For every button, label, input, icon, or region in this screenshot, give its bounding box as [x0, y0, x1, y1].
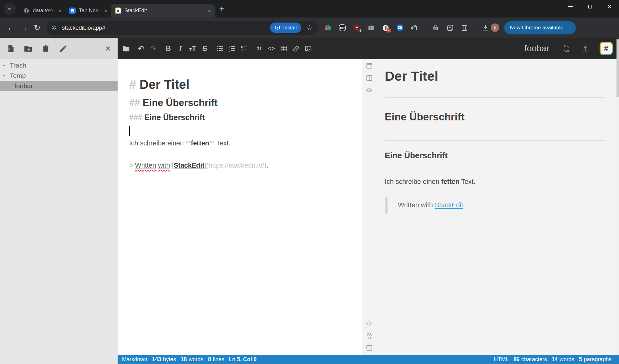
bookmark-star-icon[interactable]: ☆: [306, 23, 313, 32]
file-tree: ▸ Trash ▾ Temp foobar: [0, 59, 118, 91]
close-icon: ×: [607, 3, 611, 10]
publish-icon[interactable]: [581, 44, 590, 53]
editor-h3-line: ### Eine Überschrift: [129, 113, 362, 122]
tab-close-icon[interactable]: ×: [58, 8, 61, 14]
toolbar-separator: [475, 24, 475, 32]
italic-button[interactable]: I: [176, 44, 185, 53]
camera-extension-icon[interactable]: [367, 24, 375, 32]
focus-mode-icon[interactable]: [365, 320, 373, 327]
code-button[interactable]: <>: [267, 44, 276, 53]
preview-h3: Eine Überschrift: [385, 151, 604, 160]
tree-item-temp[interactable]: ▾ Temp: [0, 70, 118, 81]
stackedit-link[interactable]: StackEdit: [435, 201, 463, 209]
new-chrome-label: New Chrome available: [510, 25, 563, 31]
sync-icon[interactable]: [561, 44, 571, 53]
bluecard-extension-icon[interactable]: [396, 24, 404, 32]
close-explorer-icon[interactable]: ×: [105, 44, 111, 53]
refresh-button[interactable]: ↻: [31, 21, 44, 34]
expanded-arrow-icon[interactable]: ▾: [3, 73, 7, 78]
scroll-sync-icon[interactable]: [365, 332, 373, 340]
bold-button[interactable]: B: [164, 44, 172, 53]
explorer-toggle-folder-icon[interactable]: [122, 44, 130, 53]
proxy-extension-icon[interactable]: ×: [382, 24, 389, 32]
back-button[interactable]: ←: [4, 21, 18, 34]
markdown-editor[interactable]: # Der Titel ## Eine Überschrift ### Eine…: [118, 59, 362, 355]
downloads-icon[interactable]: [482, 24, 490, 32]
proxy-off-badge-icon: ×: [387, 28, 391, 33]
close-button[interactable]: ×: [600, 0, 619, 13]
explorer-toolbar: ×: [0, 38, 118, 59]
browser-toolbar: ← → ↻ stackedit.io/app# Install ☆ 1: [0, 18, 619, 38]
scrollbar-thumb[interactable]: [616, 39, 619, 97]
tree-item-trash[interactable]: ▸ Trash: [0, 60, 118, 70]
browser-window: data:text/ × Tab Notes × # StackEdit × +: [0, 0, 619, 364]
toggle-side-by-side-icon[interactable]: [365, 74, 373, 82]
incognito-icon[interactable]: [432, 24, 439, 32]
unordered-list-button[interactable]: [216, 44, 224, 53]
extension-badge: 1: [358, 28, 363, 33]
editor-paragraph-line: Ich schreibe einen **fetten** Text.: [129, 139, 362, 147]
glasses-extension-icon[interactable]: [338, 24, 346, 32]
tab-stackedit-active[interactable]: # StackEdit ×: [111, 4, 215, 18]
task-list-button[interactable]: [240, 44, 248, 53]
new-folder-button[interactable]: [23, 44, 33, 53]
toggle-navigation-bar-icon[interactable]: [365, 62, 373, 70]
browser-menu-kebab-icon[interactable]: ⋮: [567, 24, 573, 31]
strikethrough-button[interactable]: S: [201, 44, 209, 53]
toggle-status-bar-icon[interactable]: [365, 344, 373, 352]
table-button[interactable]: [280, 44, 288, 53]
file-explorer-sidebar: × ▸ Trash ▾ Temp foobar: [0, 38, 118, 364]
extensions-puzzle-icon[interactable]: [410, 24, 418, 32]
paragraphs-count: 5: [579, 356, 582, 363]
link-button[interactable]: [292, 44, 300, 53]
toggle-preview-eye-icon[interactable]: [365, 86, 373, 94]
tab-search-button[interactable]: [4, 3, 16, 15]
new-chrome-available-button[interactable]: New Chrome available ⋮: [504, 21, 576, 34]
collapsed-arrow-icon[interactable]: ▸: [3, 63, 7, 68]
screenshot-lens-icon[interactable]: [446, 24, 454, 32]
characters-count: 86: [513, 356, 519, 363]
highlighter-extension-icon[interactable]: [324, 24, 332, 32]
content-area: # Der Titel ## Eine Überschrift ### Eine…: [118, 59, 619, 355]
chevron-down-icon: [7, 6, 12, 11]
preview-h2: Eine Überschrift: [385, 111, 604, 141]
delete-trash-button[interactable]: [41, 44, 50, 53]
preview-scrollbar[interactable]: [616, 39, 619, 355]
undo-button[interactable]: ↶: [137, 44, 145, 53]
install-app-button[interactable]: Install: [270, 23, 301, 33]
ordered-list-button[interactable]: 123: [228, 44, 236, 53]
window-controls: ×: [561, 0, 619, 18]
blockquote-button[interactable]: ”: [255, 44, 263, 53]
address-bar[interactable]: stackedit.io/app# Install ☆: [46, 21, 318, 35]
profile-avatar[interactable]: b: [491, 23, 499, 32]
forward-button[interactable]: →: [18, 21, 31, 34]
reading-list-grid-icon[interactable]: [460, 24, 468, 32]
document-title[interactable]: foobar: [525, 43, 549, 53]
new-tab-button[interactable]: +: [219, 5, 224, 13]
minimize-button[interactable]: [561, 0, 580, 13]
tab-close-icon[interactable]: ×: [104, 8, 107, 14]
tab-tab-notes[interactable]: Tab Notes ×: [65, 4, 111, 18]
stackedit-menu-button[interactable]: #: [600, 42, 613, 55]
maximize-button[interactable]: [580, 0, 600, 13]
tab-notes-favicon-icon: [69, 8, 76, 14]
tab-data-text[interactable]: data:text/ ×: [19, 4, 65, 18]
url-text[interactable]: stackedit.io/app#: [62, 24, 270, 31]
new-file-button[interactable]: [6, 44, 15, 53]
split-gutter: [362, 59, 385, 355]
preview-pane: Der Titel Eine Überschrift Eine Überschr…: [385, 59, 619, 355]
site-settings-icon[interactable]: [48, 22, 59, 33]
rename-pencil-button[interactable]: [58, 44, 68, 53]
tree-item-label: foobar: [14, 82, 33, 90]
tree-item-label: Trash: [10, 62, 26, 69]
redo-button[interactable]: ↷: [149, 44, 157, 53]
cursor-position: Ln 5, Col 0: [229, 356, 256, 363]
tab-title: StackEdit: [124, 8, 205, 14]
tab-close-icon[interactable]: ×: [208, 8, 211, 14]
minimize-icon: [568, 6, 573, 7]
heading-button[interactable]: TT: [189, 44, 197, 53]
adblock-shield-extension-icon[interactable]: 1: [353, 24, 361, 32]
extensions-bar: 1 ×: [324, 24, 490, 32]
tree-item-foobar-selected[interactable]: foobar: [0, 81, 118, 91]
image-button[interactable]: [304, 44, 312, 53]
